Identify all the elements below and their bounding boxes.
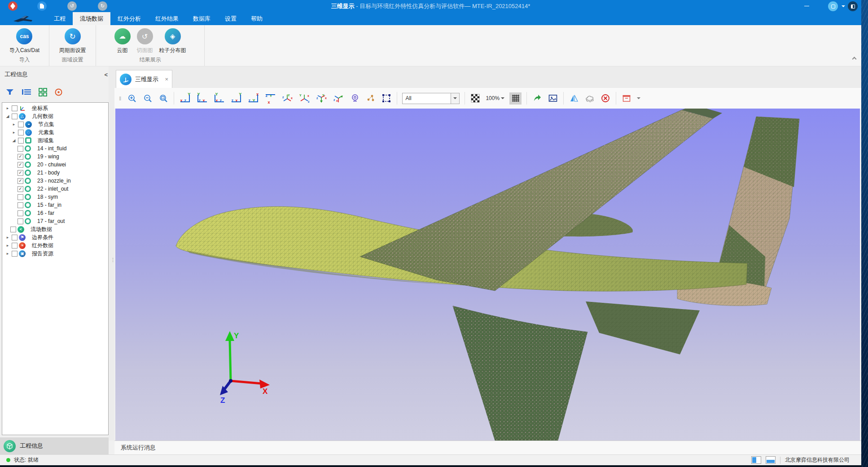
ribbon-style-caret-icon[interactable] xyxy=(842,5,845,9)
checkbox[interactable]: ✓ xyxy=(18,162,23,168)
3d-viewport[interactable]: Y X Z xyxy=(115,109,860,441)
mesh-display-toggle[interactable] xyxy=(509,92,522,105)
panel-collapse-button[interactable]: < xyxy=(104,71,108,78)
tree-item-surface[interactable]: 18 - sym xyxy=(2,193,108,201)
tree-item-surface[interactable]: ✓ 23 - nozzle_in xyxy=(2,177,108,185)
tree-item-flowfield-data[interactable]: < 流场数据 xyxy=(2,225,108,233)
import-cas-dat-button[interactable]: cas 导入Cas/Dat xyxy=(9,28,39,54)
view-bottom-button[interactable]: zYx xyxy=(264,93,276,104)
checkbox[interactable] xyxy=(12,243,18,249)
archive-box-button[interactable] xyxy=(621,93,632,104)
layout-bottom-panel-icon[interactable] xyxy=(766,456,776,464)
checkbox[interactable] xyxy=(18,130,24,135)
view-back-button[interactable]: Yzx xyxy=(196,93,208,104)
layout-left-panel-icon[interactable] xyxy=(751,456,761,464)
toolbar-grip[interactable]: ‖ xyxy=(119,95,122,102)
system-message-panel[interactable]: 系统运行消息 xyxy=(114,441,861,454)
cancel-operation-button[interactable] xyxy=(600,93,611,104)
view-front-button[interactable]: Yxz xyxy=(179,93,191,104)
expand-arrow[interactable]: ▸ xyxy=(11,122,17,127)
collapse-ribbon-button[interactable] xyxy=(853,57,857,62)
tab-flowfield-data[interactable]: 流场数据 xyxy=(73,12,110,25)
dropdown-arrow-button[interactable] xyxy=(451,93,459,104)
mirror-button[interactable] xyxy=(569,93,579,104)
minimize-button[interactable] xyxy=(797,0,816,12)
tree-item-surface[interactable]: ✓ 21 - body xyxy=(2,169,108,177)
manual-button[interactable] xyxy=(848,1,858,11)
project-info-footer-tab[interactable]: 工程信息 xyxy=(0,437,109,454)
tree-item-coordinate-system[interactable]: ▸ 坐标系 xyxy=(2,104,108,112)
zoom-fit-button[interactable] xyxy=(158,93,169,104)
tab-settings[interactable]: 设置 xyxy=(218,12,244,25)
tree-item-surface[interactable]: ✓ 22 - inlet_out xyxy=(2,185,108,193)
expand-arrow[interactable]: ▸ xyxy=(11,130,17,135)
view-left-button[interactable]: Yxz xyxy=(213,93,225,104)
tree-item-boundary-conditions[interactable]: ▸ ⚑ 边界条件 xyxy=(2,233,108,241)
expand-arrow[interactable]: ◢ xyxy=(5,114,10,118)
tab-help[interactable]: 帮助 xyxy=(244,12,270,25)
camera-view-button[interactable] xyxy=(350,93,360,104)
filter-icon[interactable] xyxy=(5,88,14,96)
checkbox[interactable]: ✓ xyxy=(18,154,23,160)
tree-item-surface[interactable]: 15 - far_in xyxy=(2,201,108,209)
contour-plot-button[interactable]: ☁ 云图 xyxy=(114,28,131,54)
box-select-button[interactable] xyxy=(381,93,392,104)
undo-button[interactable]: ↺ xyxy=(67,1,77,11)
export-view-button[interactable] xyxy=(532,93,543,104)
checkbox[interactable] xyxy=(12,235,18,240)
tab-infrared-results[interactable]: 红外结果 xyxy=(148,12,186,25)
tree-item-element-set[interactable]: ▸ ◌ 元素集 xyxy=(2,128,108,136)
view-iso-4-button[interactable]: zx xyxy=(333,93,345,104)
tree-item-surface[interactable]: 17 - far_out xyxy=(2,217,108,225)
tree-item-face-set[interactable]: ◢ 面域集 xyxy=(2,136,108,144)
view-right-button[interactable]: Yzx xyxy=(230,93,242,104)
view-iso-2-button[interactable]: Yxz xyxy=(298,93,311,104)
surface-filter-dropdown[interactable]: All xyxy=(402,93,460,104)
view-iso-1-button[interactable]: zYx xyxy=(281,93,294,104)
view-top-button[interactable]: xzY xyxy=(247,93,259,104)
tab-close-icon[interactable]: × xyxy=(165,76,168,83)
tree-item-geometry-data[interactable]: ◢ △ 几何数据 xyxy=(2,112,108,120)
region-select-button[interactable] xyxy=(584,93,595,104)
periodic-surface-button[interactable]: ↻ 周期面设置 xyxy=(59,28,86,54)
tree-item-surface[interactable]: 14 - int_fluid xyxy=(2,144,108,153)
checkbox[interactable] xyxy=(18,202,23,208)
checkbox[interactable] xyxy=(18,210,23,216)
redo-button[interactable]: ↻ xyxy=(98,1,107,11)
tree-item-report-resources[interactable]: ▸ ▣ 报告资源 xyxy=(2,249,108,258)
checkbox[interactable]: ✓ xyxy=(18,186,23,192)
transparency-checker-icon[interactable] xyxy=(470,93,481,104)
expand-arrow[interactable]: ▸ xyxy=(5,235,10,240)
tree-item-surface[interactable]: ✓ 20 - chuiwei xyxy=(2,161,108,169)
archive-caret-icon[interactable] xyxy=(637,97,640,101)
opacity-percent-dropdown[interactable]: 100% xyxy=(486,95,504,101)
tab-engineering[interactable]: 工程 xyxy=(47,12,73,25)
checkbox[interactable]: ✓ xyxy=(18,178,23,184)
expand-arrow[interactable]: ▸ xyxy=(5,106,10,110)
panel-splitter[interactable]: ⋮ xyxy=(109,66,114,441)
expand-arrow[interactable]: ◢ xyxy=(11,138,17,143)
checkbox[interactable] xyxy=(12,113,18,119)
zoom-out-button[interactable] xyxy=(142,93,153,104)
checkbox[interactable] xyxy=(10,227,16,232)
grid-view-icon[interactable] xyxy=(39,88,47,96)
checkbox[interactable] xyxy=(18,194,23,200)
snapshot-button[interactable] xyxy=(548,93,558,104)
app-logo-button[interactable] xyxy=(8,1,18,11)
ribbon-style-button[interactable] xyxy=(828,1,838,11)
particle-trace-button[interactable] xyxy=(365,93,376,104)
tree-item-infrared-data[interactable]: ▸ ☀ 红外数据 xyxy=(2,241,108,249)
particle-distribution-button[interactable]: ◈ 粒子分布图 xyxy=(159,28,186,54)
tab-3d-view[interactable]: 三维显示 × xyxy=(116,70,172,88)
checkbox[interactable] xyxy=(18,218,23,224)
locate-target-icon[interactable] xyxy=(54,88,63,96)
expand-arrow[interactable]: ▸ xyxy=(5,243,10,248)
checkbox[interactable] xyxy=(12,105,18,111)
list-view-icon[interactable] xyxy=(22,88,31,96)
view-iso-3-button[interactable]: zYx xyxy=(316,93,328,104)
tab-infrared-analysis[interactable]: 红外分析 xyxy=(110,12,148,25)
checkbox[interactable] xyxy=(18,146,23,152)
expand-arrow[interactable]: ▸ xyxy=(5,251,10,256)
tree-item-node-set[interactable]: ▸ •• 节点集 xyxy=(2,120,108,128)
new-document-button[interactable] xyxy=(37,1,47,11)
